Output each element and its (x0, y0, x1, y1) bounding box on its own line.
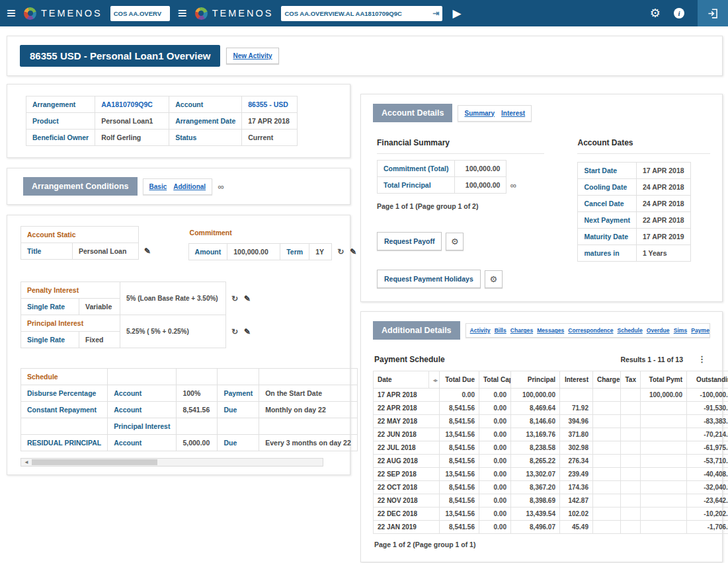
cell-total-cap: 0.00 (479, 468, 511, 481)
cell-tax (621, 521, 641, 534)
tab-additional[interactable]: Additional (173, 183, 206, 190)
field-label: Commitment (Total) (378, 161, 455, 177)
table-row: Amount 100,000.00 Term 1Y ↻ ✎ (188, 244, 362, 260)
sort-icon[interactable]: ◂▸ (433, 377, 437, 383)
menu-icon[interactable]: ≡ (7, 6, 16, 20)
play-icon[interactable]: ▶ (452, 7, 461, 20)
cell-date: 22 APR 2018 (374, 402, 440, 415)
field-label: Cancel Date (578, 196, 636, 212)
field-label: Single Rate (21, 332, 79, 348)
table-row: Arrangement AA1810709Q9C Account 86355 -… (26, 96, 298, 113)
more-options-icon[interactable]: ⋮ (698, 354, 706, 364)
scrollbar-thumb[interactable] (32, 459, 157, 465)
additional-details-link[interactable]: Activity (470, 327, 491, 334)
command-input-2[interactable] (284, 10, 430, 17)
cell-date: 22 SEP 2018 (374, 468, 440, 481)
edit-icon[interactable]: ✎ (350, 247, 356, 256)
payment-schedule-row: 22 JUL 2018 8,541.56 0.00 8,238.58 302.9… (374, 441, 728, 455)
request-payoff-button[interactable]: Request Payoff (377, 232, 442, 250)
edit-icon[interactable]: ✎ (144, 246, 151, 256)
scroll-left-icon[interactable]: ◄ (21, 459, 32, 465)
payoff-settings-button[interactable]: ⚙ (446, 233, 464, 250)
cell-principal: 13,169.76 (511, 428, 560, 441)
cell-total-due: 8,541.56 (440, 415, 479, 428)
cell-tax (621, 428, 641, 441)
field-value: 24 APR 2018 (636, 179, 690, 196)
cell-interest: 371.80 (560, 428, 593, 441)
payment-schedule-row: 22 DEC 2018 13,541.56 0.00 13,439.54 102… (374, 507, 728, 521)
field-value: 1 Years (636, 245, 690, 262)
cell-total-due: 8,541.56 (440, 402, 479, 415)
cell-tax (621, 415, 641, 428)
request-payment-holidays-button[interactable]: Request Payment Holidays (377, 270, 481, 288)
cell-charge (593, 389, 621, 402)
additional-details-link[interactable]: Sims (674, 327, 688, 334)
field-label: matures in (578, 245, 636, 262)
run-command-icon[interactable]: ⇥ (432, 9, 439, 18)
tab-basic[interactable]: Basic (149, 183, 167, 190)
page-title: 86355 USD - Personal Loan1 Overview (20, 45, 220, 67)
cell-charge (593, 494, 621, 507)
additional-details-link[interactable]: Schedule (618, 327, 643, 334)
cell-principal: 8,496.07 (511, 521, 560, 534)
payment-schedule-row: 22 JAN 2019 8,541.56 0.00 8,496.07 45.49… (374, 521, 728, 534)
schedule-row: Principal Interest (21, 418, 388, 435)
refresh-icon[interactable]: ↻ (337, 247, 344, 256)
edit-icon[interactable]: ✎ (244, 294, 251, 303)
additional-details-link[interactable]: Messages (537, 327, 564, 334)
additional-details-link[interactable]: Charges (510, 327, 533, 334)
payment-schedule-row: 22 JUN 2018 13,541.56 0.00 13,169.76 371… (374, 428, 728, 441)
command-input-1[interactable] (114, 10, 167, 17)
cell-tax (621, 507, 641, 521)
schedule-amount: 8,541.56 (177, 402, 218, 418)
cell-total-due: 8,541.56 (440, 441, 479, 455)
horizontal-scrollbar[interactable]: ◄ (20, 458, 323, 467)
cell-total-cap: 0.00 (479, 521, 511, 534)
additional-details-link[interactable]: Bills (495, 327, 506, 334)
financial-summary-title: Financial Summary (377, 138, 544, 154)
edit-icon[interactable]: ✎ (244, 327, 251, 336)
payment-schedule-title: Payment Schedule (374, 355, 445, 364)
account-details-card: Account Details Summary Interest Financi… (360, 94, 723, 302)
holidays-settings-button[interactable]: ⚙ (485, 270, 503, 288)
cell-total-due: 8,541.56 (440, 521, 479, 534)
tab-summary[interactable]: Summary (464, 110, 495, 117)
cell-tax (621, 455, 641, 468)
interest-conditions-table: Penalty Interest 5% (Loan Base Rate + 3.… (20, 282, 256, 348)
field-label: Next Payment (578, 212, 636, 229)
info-icon[interactable]: i (674, 8, 684, 19)
cell-total-cap: 0.00 (479, 415, 511, 428)
temenos-logo-2: TEMENOS (195, 7, 274, 20)
cell-charge (593, 402, 621, 415)
cell-outstanding: -61,975.42 (687, 441, 728, 455)
expand-icon[interactable]: ∞ (510, 180, 516, 190)
field-value: AA1810709Q9C (95, 96, 169, 113)
cell-outstanding: -10,202.70 (687, 507, 728, 521)
menu-icon-2[interactable]: ≡ (178, 6, 187, 20)
cell-tax (621, 494, 641, 507)
financial-summary-section: Financial Summary Commitment (Total) 100… (377, 138, 544, 288)
column-header-principal: Principal (511, 371, 560, 389)
expand-icon[interactable]: ∞ (218, 182, 223, 192)
cell-interest: 394.96 (560, 415, 593, 428)
refresh-icon[interactable]: ↻ (231, 294, 238, 303)
field-value: 100,000.00 (227, 244, 280, 260)
additional-details-link[interactable]: Overdue (647, 327, 670, 334)
field-value: Fixed (79, 332, 120, 348)
field-label: Start Date (578, 163, 636, 179)
column-header-outstanding: Outstanding (687, 371, 728, 389)
table-caption: Principal Interest (21, 315, 120, 332)
refresh-icon[interactable]: ↻ (231, 327, 238, 336)
logout-button[interactable] (698, 0, 728, 26)
tab-interest[interactable]: Interest (501, 110, 525, 117)
additional-details-link[interactable]: Payment Orders (691, 327, 710, 334)
field-label: Title (21, 243, 73, 260)
temenos-logo-text: TEMENOS (212, 8, 274, 19)
schedule-due: Due (218, 402, 259, 418)
new-activity-link[interactable]: New Activity (226, 48, 278, 64)
cell-interest: 71.92 (560, 402, 593, 415)
cell-outstanding: -91,530.36 (687, 402, 728, 415)
settings-gear-icon[interactable]: ⚙ (650, 6, 661, 20)
additional-details-link[interactable]: Correspondence (568, 327, 613, 334)
table-row: Penalty Interest 5% (Loan Base Rate + 3.… (21, 282, 257, 299)
